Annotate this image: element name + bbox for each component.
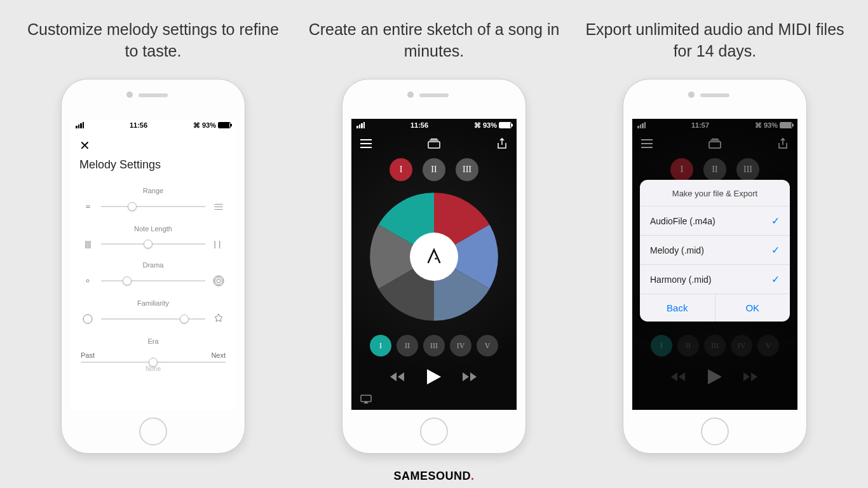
drama-slider[interactable] bbox=[101, 280, 205, 281]
range-label: Range bbox=[81, 187, 226, 194]
signal-icon bbox=[356, 122, 365, 128]
check-icon: ✓ bbox=[771, 244, 780, 256]
notelength-short-icon: |||| bbox=[81, 239, 95, 248]
chord-5[interactable]: V bbox=[477, 335, 498, 356]
chord-2[interactable]: II bbox=[397, 335, 418, 356]
notelength-long-icon: || bbox=[212, 239, 226, 248]
battery-icon bbox=[499, 122, 512, 128]
status-time: 11:56 bbox=[130, 121, 147, 129]
range-slider[interactable] bbox=[101, 206, 205, 207]
wheel-center-button[interactable] bbox=[410, 233, 458, 281]
share-icon[interactable] bbox=[495, 137, 509, 151]
notelength-label: Note Length bbox=[81, 225, 226, 233]
familiarity-label: Familiarity bbox=[81, 299, 226, 307]
drama-label: Drama bbox=[81, 261, 226, 269]
caption-2: Create an entire sketch of a song in min… bbox=[301, 19, 567, 64]
status-bar: 11:56 ⌘ 93% bbox=[71, 119, 236, 132]
airplay-icon[interactable] bbox=[360, 395, 372, 407]
export-sheet-title: Make your file & Export bbox=[640, 180, 790, 206]
back-button[interactable]: Back bbox=[640, 294, 715, 322]
export-option-label: AudioFile (.m4a) bbox=[650, 216, 715, 226]
notelength-slider[interactable] bbox=[101, 243, 205, 245]
home-button[interactable] bbox=[701, 417, 729, 445]
era-slider[interactable] bbox=[81, 362, 226, 363]
play-icon[interactable] bbox=[427, 369, 441, 387]
svg-point-4 bbox=[83, 315, 92, 323]
caption-3: Export unlimited audio and MIDI files fo… bbox=[581, 19, 848, 64]
svg-point-1 bbox=[217, 279, 220, 283]
close-icon[interactable]: ✕ bbox=[79, 138, 227, 153]
familiarity-slider[interactable] bbox=[101, 318, 205, 320]
familiarity-low-icon bbox=[81, 313, 95, 325]
export-option-audio[interactable]: AudioFile (.m4a) ✓ bbox=[640, 206, 790, 235]
stack-icon[interactable] bbox=[427, 137, 441, 151]
export-sheet: Make your file & Export AudioFile (.m4a)… bbox=[640, 180, 790, 322]
svg-point-11 bbox=[435, 257, 437, 259]
battery-icon bbox=[218, 122, 231, 128]
svg-point-2 bbox=[215, 277, 222, 285]
battery-pct: 93% bbox=[202, 121, 216, 129]
status-bar: 11:56 ⌘93% bbox=[351, 119, 517, 132]
chord-wheel[interactable] bbox=[367, 190, 501, 323]
export-option-harmony[interactable]: Harmony (.mid) ✓ bbox=[640, 264, 790, 294]
section-tab-2[interactable]: II bbox=[423, 158, 445, 181]
app-logo-icon bbox=[424, 246, 444, 268]
era-label: Era bbox=[81, 337, 226, 345]
menu-icon[interactable] bbox=[359, 137, 373, 151]
phone-1: 11:56 ⌘ 93% ✕ Melody Settings Range bbox=[61, 79, 245, 454]
svg-rect-8 bbox=[428, 142, 440, 148]
caption-1: Customize melody settings to refine to t… bbox=[20, 19, 287, 64]
export-option-label: Melody (.mid) bbox=[650, 245, 704, 255]
check-icon: ✓ bbox=[771, 273, 780, 285]
phone-2: 11:56 ⌘93% I II III bbox=[342, 79, 526, 454]
home-button[interactable] bbox=[139, 417, 167, 445]
page-title: Melody Settings bbox=[79, 158, 227, 172]
rewind-icon[interactable] bbox=[390, 372, 405, 384]
familiarity-high-icon bbox=[212, 313, 226, 325]
ok-button[interactable]: OK bbox=[715, 294, 790, 322]
export-option-melody[interactable]: Melody (.mid) ✓ bbox=[640, 235, 790, 264]
battery-pct: 93% bbox=[483, 121, 497, 129]
era-next-label: Next bbox=[211, 351, 226, 359]
chord-4[interactable]: IV bbox=[450, 335, 471, 356]
svg-point-0 bbox=[86, 280, 89, 282]
drama-low-icon bbox=[81, 276, 95, 286]
status-time: 11:56 bbox=[410, 121, 428, 129]
era-past-label: Past bbox=[81, 351, 95, 359]
range-narrow-icon: ＝ bbox=[81, 201, 95, 212]
watermark: SAMESOUND. bbox=[393, 470, 474, 483]
bluetooth-icon: ⌘ bbox=[474, 121, 481, 130]
check-icon: ✓ bbox=[771, 215, 780, 227]
section-tab-1[interactable]: I bbox=[390, 158, 412, 181]
section-tab-3[interactable]: III bbox=[456, 158, 478, 181]
drama-high-icon bbox=[212, 275, 226, 287]
bluetooth-icon: ⌘ bbox=[193, 121, 200, 130]
chord-1[interactable]: I bbox=[370, 335, 391, 356]
home-button[interactable] bbox=[420, 417, 448, 445]
signal-icon bbox=[76, 122, 84, 128]
chord-3[interactable]: III bbox=[423, 335, 445, 356]
forward-icon[interactable] bbox=[463, 372, 478, 384]
range-wide-icon: ——— bbox=[212, 203, 226, 210]
phone-3: 11:57 ⌘93% I II III bbox=[623, 79, 807, 454]
export-option-label: Harmony (.mid) bbox=[650, 274, 711, 285]
svg-rect-12 bbox=[361, 395, 371, 402]
